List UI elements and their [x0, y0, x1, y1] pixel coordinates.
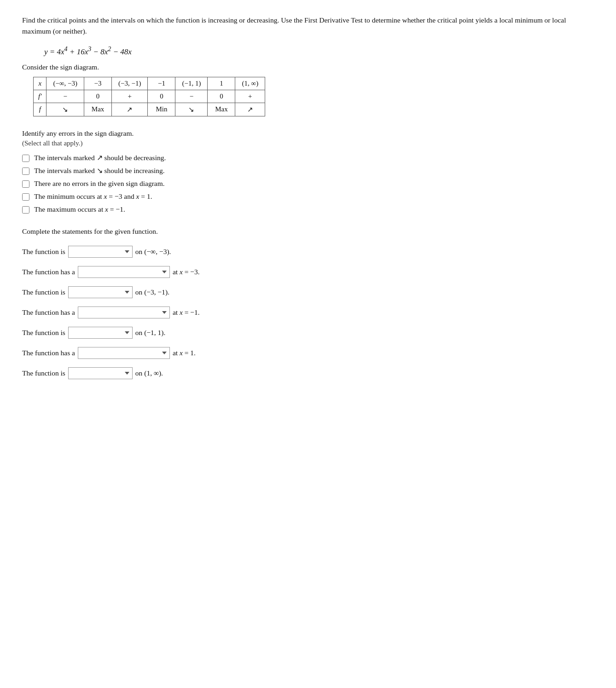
stmt4-prefix: The function has a: [22, 308, 75, 317]
checkbox-2[interactable]: [22, 168, 29, 175]
table-fprime-row: f′ − 0 + 0 − 0 +: [34, 90, 265, 103]
stmt2-prefix: The function has a: [22, 268, 75, 276]
f-cell-2: Max: [84, 103, 112, 116]
checkbox-label-3: There are no errors in the given sign di…: [34, 179, 165, 188]
consider-label: Consider the sign diagram.: [22, 63, 594, 71]
stmt5-dropdown[interactable]: increasing decreasing: [68, 327, 133, 339]
header-interval-1: (−∞, −3): [46, 77, 84, 90]
fprime-cell-3: +: [112, 90, 148, 103]
fprime-cell-2: 0: [84, 90, 112, 103]
statement-row-7: The function is increasing decreasing on…: [22, 367, 594, 379]
header-val-neg3: −3: [84, 77, 112, 90]
formula-display: y = 4x4 + 16x3 − 8x2 − 48x: [44, 45, 594, 57]
statement-row-6: The function has a local maximum local m…: [22, 347, 594, 359]
select-all-label: (Select all that apply.): [22, 139, 594, 147]
fprime-cell-1: −: [46, 90, 84, 103]
checkbox-item-4: The minimum occurs at x = −3 and x = 1.: [22, 192, 594, 201]
checkbox-4[interactable]: [22, 193, 29, 201]
checkbox-item-1: The intervals marked ↗ should be decreas…: [22, 154, 594, 162]
stmt6-suffix: at x = 1.: [173, 349, 196, 357]
table-header-row: x (−∞, −3) −3 (−3, −1) −1 (−1, 1) 1 (1, …: [34, 77, 265, 90]
header-interval-4: (1, ∞): [235, 77, 265, 90]
stmt3-suffix: on (−3, −1).: [135, 288, 169, 296]
page-container: Find the critical points and the interva…: [0, 0, 616, 688]
identify-title: Identify any errors in the sign diagram.: [22, 129, 594, 138]
complete-section: Complete the statements for the given fu…: [22, 227, 594, 379]
stmt7-dropdown[interactable]: increasing decreasing: [68, 367, 133, 379]
statement-row-3: The function is increasing decreasing on…: [22, 286, 594, 298]
stmt5-prefix: The function is: [22, 329, 65, 337]
header-val-neg1: −1: [148, 77, 175, 90]
stmt2-suffix: at x = −3.: [173, 268, 200, 276]
checkbox-5[interactable]: [22, 206, 29, 214]
fprime-cell-5: −: [175, 90, 208, 103]
checkbox-item-2: The intervals marked ↘ should be increas…: [22, 167, 594, 175]
stmt3-prefix: The function is: [22, 288, 65, 296]
stmt2-dropdown[interactable]: local maximum local minimum neither: [78, 266, 170, 278]
table-f-row: f ↘ Max ↗ Min ↘ Max ↗: [34, 103, 265, 116]
header-x: x: [34, 77, 46, 90]
checkbox-label-4: The minimum occurs at x = −3 and x = 1.: [34, 192, 152, 201]
identify-section: Identify any errors in the sign diagram.…: [22, 129, 594, 214]
f-cell-1: ↘: [46, 103, 84, 116]
checkbox-label-5: The maximum occurs at x = −1.: [34, 205, 125, 214]
stmt3-dropdown[interactable]: increasing decreasing: [68, 286, 133, 298]
checkbox-item-5: The maximum occurs at x = −1.: [22, 205, 594, 214]
checkbox-1[interactable]: [22, 155, 29, 162]
f-cell-7: ↗: [235, 103, 265, 116]
stmt5-suffix: on (−1, 1).: [135, 329, 166, 337]
sign-diagram-table: x (−∞, −3) −3 (−3, −1) −1 (−1, 1) 1 (1, …: [33, 77, 265, 116]
formula-text: y = 4x4 + 16x3 − 8x2 − 48x: [44, 47, 132, 56]
f-cell-3: ↗: [112, 103, 148, 116]
statement-row-5: The function is increasing decreasing on…: [22, 327, 594, 339]
stmt6-prefix: The function has a: [22, 349, 75, 357]
fprime-cell-7: +: [235, 90, 265, 103]
checkbox-label-1: The intervals marked ↗ should be decreas…: [34, 154, 166, 162]
fprime-label: f′: [34, 90, 46, 103]
instruction-text: Find the critical points and the interva…: [22, 15, 594, 37]
stmt1-dropdown[interactable]: increasing decreasing: [68, 246, 133, 258]
stmt6-dropdown[interactable]: local maximum local minimum neither: [78, 347, 170, 359]
statement-row-4: The function has a local maximum local m…: [22, 306, 594, 318]
stmt1-suffix: on (−∞, −3).: [135, 248, 171, 256]
stmt1-prefix: The function is: [22, 248, 65, 256]
statement-row-2: The function has a local maximum local m…: [22, 266, 594, 278]
f-cell-5: ↘: [175, 103, 208, 116]
complete-title: Complete the statements for the given fu…: [22, 227, 594, 236]
statement-row-1: The function is increasing decreasing on…: [22, 246, 594, 258]
checkbox-item-3: There are no errors in the given sign di…: [22, 179, 594, 188]
f-label: f: [34, 103, 46, 116]
header-interval-2: (−3, −1): [112, 77, 148, 90]
stmt4-dropdown[interactable]: local maximum local minimum neither: [78, 306, 170, 318]
header-val-1: 1: [208, 77, 235, 90]
header-interval-3: (−1, 1): [175, 77, 208, 90]
f-cell-4: Min: [148, 103, 175, 116]
stmt7-prefix: The function is: [22, 369, 65, 377]
stmt4-suffix: at x = −1.: [173, 308, 200, 317]
fprime-cell-4: 0: [148, 90, 175, 103]
f-cell-6: Max: [208, 103, 235, 116]
fprime-cell-6: 0: [208, 90, 235, 103]
checkbox-3[interactable]: [22, 180, 29, 188]
checkbox-label-2: The intervals marked ↘ should be increas…: [34, 167, 165, 175]
stmt7-suffix: on (1, ∞).: [135, 369, 163, 377]
